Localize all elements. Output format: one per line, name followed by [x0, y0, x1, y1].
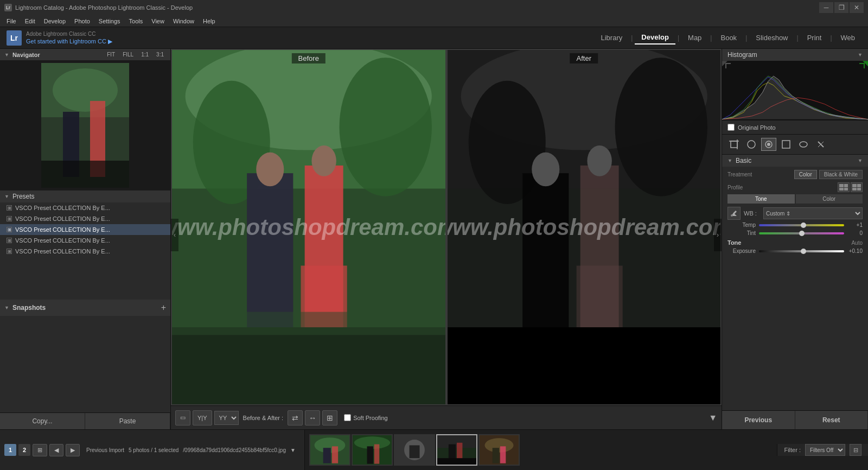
list-item[interactable]: ⊞ VSCO Preset COLLECTION By E... [0, 213, 170, 224]
menu-photo[interactable]: Photo [70, 17, 94, 26]
page-2-indicator[interactable]: 2 [18, 444, 30, 456]
view-mode-button[interactable]: ▭ [175, 410, 190, 425]
basic-expand-icon: ▼ [858, 158, 863, 163]
nav-map[interactable]: Map [681, 31, 708, 44]
cc-link[interactable]: Get started with Lightroom CC ▶ [26, 37, 112, 45]
preset-icon: ⊞ [7, 249, 12, 254]
tone-tab[interactable]: Tone [727, 194, 795, 204]
tint-slider[interactable] [759, 232, 844, 234]
radial-filter-icon[interactable] [796, 138, 811, 151]
redeye-icon[interactable] [761, 138, 776, 151]
snapshots-label: Snapshots [12, 304, 46, 312]
nav-slideshow[interactable]: Slideshow [749, 31, 794, 44]
soft-proof-checkbox[interactable] [344, 414, 351, 421]
tint-thumb[interactable] [799, 231, 805, 236]
minimize-button[interactable]: ─ [819, 2, 833, 13]
navigator-header[interactable]: ▼ Navigator FIT FILL 1:1 3:1 [0, 49, 170, 60]
temp-slider[interactable] [759, 224, 844, 226]
snapshots-header[interactable]: ▼ Snapshots + [0, 300, 170, 316]
menu-settings[interactable]: Settings [94, 17, 125, 26]
color-tab[interactable]: Color [796, 194, 863, 204]
presets-triangle-icon: ▼ [4, 194, 9, 199]
adjustment-brush-icon[interactable] [813, 138, 828, 151]
svg-rect-50 [374, 444, 379, 464]
bw-treatment-btn[interactable]: Black & White [819, 170, 863, 179]
menu-window[interactable]: Window [169, 17, 199, 26]
previous-button[interactable]: Previous [722, 411, 795, 429]
list-item[interactable]: ⊞ VSCO Preset COLLECTION By E... [0, 235, 170, 246]
nav-1-1[interactable]: 1:1 [139, 51, 151, 58]
paste-button[interactable]: Paste [85, 413, 170, 429]
color-treatment-btn[interactable]: Color [794, 170, 817, 179]
graduated-filter-icon[interactable] [778, 138, 794, 151]
before-pane: Before [172, 50, 445, 404]
menu-edit[interactable]: Edit [21, 17, 40, 26]
menu-file[interactable]: File [2, 17, 21, 26]
menu-develop[interactable]: Develop [40, 17, 70, 26]
nav-fit[interactable]: FIT [105, 51, 117, 58]
histogram-expand-icon: ▼ [858, 52, 863, 58]
soft-proofing-toggle[interactable]: Soft Proofing [344, 414, 388, 421]
nav-web[interactable]: Web [834, 31, 862, 44]
right-panel-arrow[interactable]: › [714, 219, 722, 251]
menu-help[interactable]: Help [199, 17, 220, 26]
grid-view-button[interactable]: ⊞ [33, 444, 47, 456]
toolbar-expand-icon[interactable]: ▼ [709, 413, 717, 423]
crop-tool-icon[interactable] [726, 138, 742, 151]
svg-point-42 [731, 214, 733, 217]
nav-develop[interactable]: Develop [635, 31, 675, 45]
nav-print[interactable]: Print [801, 31, 828, 44]
swap-button[interactable]: ⇄ [288, 410, 303, 425]
auto-button[interactable]: Auto [851, 240, 863, 246]
maximize-button[interactable]: ❐ [834, 2, 848, 13]
histogram-header[interactable]: Histogram ▼ [722, 49, 868, 61]
nav-book[interactable]: Book [714, 31, 743, 44]
list-item[interactable]: ⊞ VSCO Preset COLLECTION By E... [0, 246, 170, 257]
exposure-thumb[interactable] [801, 249, 806, 254]
basic-label: Basic [736, 157, 751, 164]
filter-lock-button[interactable]: ⊟ [850, 444, 861, 456]
presets-header[interactable]: ▼ Presets [0, 190, 170, 202]
spot-heal-icon[interactable] [744, 138, 759, 151]
view-select[interactable]: YY [214, 411, 239, 425]
nav-3-1[interactable]: 3:1 [154, 51, 166, 58]
menu-tools[interactable]: Tools [125, 17, 148, 26]
import-label: Previous Import [86, 447, 124, 453]
profile-grid-icon[interactable] [838, 182, 850, 192]
filter-label: Filter : [784, 447, 801, 453]
photo-view: Before [171, 49, 722, 405]
temp-slider-row: Temp +1 [727, 222, 863, 228]
copy-settings-button[interactable]: ⊞ [322, 410, 337, 425]
before-photo-canvas[interactable]: www.photoshopdream.com [172, 50, 445, 404]
profile-list-icon[interactable] [851, 182, 863, 192]
basic-panel-header[interactable]: ▼ Basic ▼ [722, 155, 868, 167]
copy-button[interactable]: Copy... [0, 413, 85, 429]
after-photo-canvas[interactable]: www.photoshopdream.com [448, 50, 721, 404]
list-item[interactable]: ⊞ VSCO Preset COLLECTION By E... [0, 202, 170, 213]
list-item[interactable]: ⊞ VSCO Preset COLLECTION By E... [0, 224, 170, 235]
nav-fill[interactable]: FILL [120, 51, 136, 58]
prev-arrow-button[interactable]: ◀ [49, 444, 63, 456]
reset-button[interactable]: Reset [795, 411, 869, 429]
temp-thumb[interactable] [801, 223, 806, 228]
left-panel-arrow[interactable]: ‹ [171, 219, 178, 251]
film-thumb-3[interactable] [394, 434, 435, 466]
nav-library[interactable]: Library [594, 31, 629, 44]
before-after-select[interactable]: Y|Y [193, 410, 212, 425]
filter-select[interactable]: Filters Off [805, 444, 845, 456]
snapshots-add-button[interactable]: + [161, 303, 166, 313]
film-thumb-2[interactable] [352, 434, 393, 466]
next-arrow-button[interactable]: ▶ [66, 444, 80, 456]
film-thumb-4[interactable] [436, 434, 477, 466]
menu-view[interactable]: View [147, 17, 169, 26]
orig-photo-checkbox[interactable] [727, 124, 735, 131]
wb-dropper-tool[interactable] [727, 207, 741, 220]
page-1-indicator[interactable]: 1 [4, 444, 16, 456]
film-thumb-1[interactable] [309, 434, 350, 466]
original-photo-toggle[interactable]: Original Photo [722, 120, 868, 135]
film-thumb-5[interactable] [478, 434, 520, 466]
wb-select[interactable]: Custom ⇕ [763, 207, 863, 219]
flip-button[interactable]: ↔ [305, 410, 320, 425]
close-button[interactable]: ✕ [850, 2, 864, 13]
exposure-slider[interactable] [759, 250, 844, 252]
